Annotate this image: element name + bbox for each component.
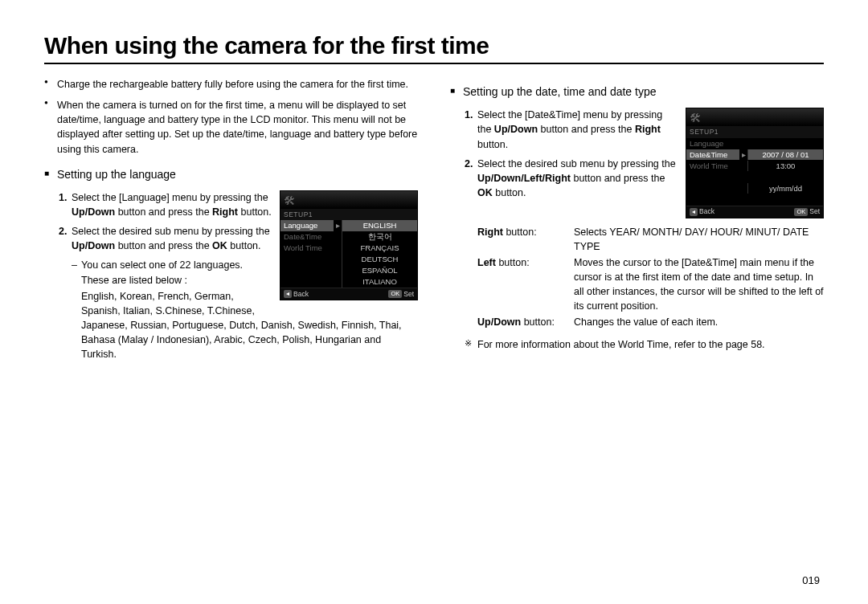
bold-right: Right bbox=[635, 124, 661, 135]
subheading-language: Setting up the language bbox=[44, 166, 418, 182]
step-text: button and press the bbox=[115, 206, 212, 218]
step-text: Select the [Language] menu by pressing t… bbox=[72, 192, 268, 203]
back-key-icon: ◂ bbox=[284, 290, 292, 298]
intro-item-1: Charge the rechargeable battery fully be… bbox=[44, 77, 418, 92]
button-def-right: Right button: Selects YEAR/ MONTH/ DAY/ … bbox=[450, 225, 824, 254]
worldtime-footnote: For more information about the World Tim… bbox=[450, 337, 824, 352]
lcd-back-label: Back bbox=[293, 289, 309, 299]
lcd-back-label: Back bbox=[699, 206, 714, 216]
bold-updown: Up/Down bbox=[72, 240, 115, 251]
bold-ok: OK bbox=[477, 187, 493, 198]
step-text: button. bbox=[227, 240, 261, 251]
intro-item-2: When the camera is turned on for the fir… bbox=[44, 98, 418, 157]
step-1: 1. Select the [Date&Time] menu by pressi… bbox=[465, 108, 824, 151]
def-label-bold: Up/Down bbox=[477, 316, 521, 328]
note-lang-count: You can select one of 22 languages. Thes… bbox=[72, 258, 418, 287]
def-label-suffix: button: bbox=[503, 226, 537, 238]
step-2: 2. Select the desired sub menu by pressi… bbox=[465, 157, 824, 200]
page-title: When using the camera for the first time bbox=[44, 32, 824, 64]
bold-updown: Up/Down bbox=[494, 124, 538, 135]
button-def-updown: Up/Down button: Changes the value of eac… bbox=[450, 315, 824, 329]
bold-updown: Up/Down bbox=[72, 206, 115, 218]
lcd-set-label: Set bbox=[809, 206, 820, 216]
step-text: button and press the bbox=[538, 124, 635, 135]
lcd-set-label: Set bbox=[403, 289, 414, 299]
intro-list: Charge the rechargeable battery fully be… bbox=[44, 77, 418, 157]
step-text: button. bbox=[238, 206, 272, 218]
bold-ok: OK bbox=[212, 240, 227, 251]
manual-page: When using the camera for the first time… bbox=[0, 0, 868, 604]
bold-right: Right bbox=[212, 206, 238, 218]
def-label-suffix: button: bbox=[521, 316, 555, 328]
step-text: button. bbox=[477, 139, 508, 150]
step-text: button. bbox=[493, 187, 526, 198]
step-1: 1. Select the [Language] menu by pressin… bbox=[59, 190, 418, 219]
button-def-left: Left button: Moves the cursor to the [Da… bbox=[450, 255, 824, 314]
step-text: Select the desired sub menu by pressing … bbox=[72, 226, 270, 237]
subheading-datetime: Setting up the date, time and date type bbox=[450, 84, 824, 100]
page-number: 019 bbox=[802, 574, 820, 586]
step-text: Select the desired sub menu by pressing … bbox=[477, 158, 676, 169]
left-column: Charge the rechargeable battery fully be… bbox=[44, 77, 418, 361]
content-columns: Charge the rechargeable battery fully be… bbox=[44, 77, 824, 361]
back-key-icon: ◂ bbox=[690, 208, 698, 216]
def-label-bold: Right bbox=[477, 226, 503, 238]
bold-udlr: Up/Down/Left/Right bbox=[477, 173, 571, 184]
ok-key-icon: OK bbox=[388, 290, 402, 298]
def-label-suffix: button: bbox=[496, 257, 530, 268]
step-text: button and press the bbox=[571, 173, 665, 184]
def-value: Changes the value of each item. bbox=[574, 315, 824, 329]
right-column: Setting up the date, time and date type … bbox=[450, 77, 824, 361]
def-value: Moves the cursor to the [Date&Time] main… bbox=[574, 255, 824, 314]
def-value: Selects YEAR/ MONTH/ DAY/ HOUR/ MINUT/ D… bbox=[574, 225, 824, 254]
language-notes: You can select one of 22 languages. Thes… bbox=[44, 258, 418, 361]
step-2: 2. Select the desired sub menu by pressi… bbox=[59, 224, 418, 253]
ok-key-icon: OK bbox=[794, 208, 808, 216]
step-text: button and press the bbox=[115, 240, 212, 251]
def-label-bold: Left bbox=[477, 257, 496, 268]
